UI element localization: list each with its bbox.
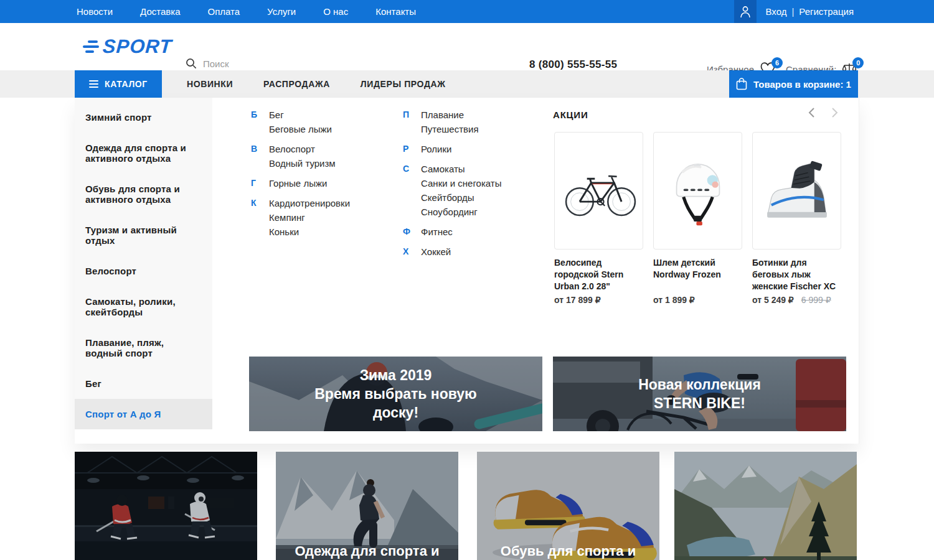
product-card-boots[interactable]: Ботинки для беговых лыж женские Fischer …: [752, 132, 841, 305]
phone-number: 8 (800) 555-55-55: [529, 58, 625, 71]
carousel-prev-icon[interactable]: [806, 106, 818, 119]
nav-item-bestsellers[interactable]: ЛИДЕРЫ ПРОДАЖ: [361, 79, 446, 89]
login-link[interactable]: Вход: [765, 6, 786, 17]
top-link-news[interactable]: Новости: [77, 6, 113, 17]
product-price: от 17 899 ₽: [554, 295, 601, 305]
logo-text: SPORT: [102, 35, 173, 58]
alpha-link[interactable]: Самокаты: [421, 162, 501, 176]
ski-boot-icon: [758, 158, 836, 223]
search-input[interactable]: [203, 58, 489, 69]
alpha-letter: Х: [403, 245, 421, 259]
alpha-link[interactable]: Плавание: [421, 108, 479, 122]
alpha-letter: Ф: [403, 225, 421, 239]
alpha-link[interactable]: Беговые лыжи: [269, 122, 332, 136]
banner-stern-bike[interactable]: Новая коллекция STERN BIKE!: [553, 357, 846, 431]
alpha-letter: П: [403, 108, 421, 136]
alpha-link[interactable]: Водный туризм: [269, 156, 336, 170]
catalog-button[interactable]: КАТАЛОГ: [75, 70, 162, 98]
cart-button[interactable]: Товаров в корзине: 1: [729, 70, 858, 98]
menu-item-swimming[interactable]: Плавание, пляж, водный спорт: [75, 327, 212, 368]
banner-winter-2019[interactable]: Зима 2019 Время выбрать новую доску!: [249, 357, 542, 431]
product-image-helmet: [653, 132, 742, 250]
alpha-link[interactable]: Коньки: [269, 225, 350, 239]
menu-item-winter-sport[interactable]: Зимний спорт: [75, 102, 212, 133]
search-icon: [186, 58, 197, 69]
carousel-next-icon[interactable]: [828, 106, 841, 119]
alpha-letter: Б: [251, 108, 269, 136]
alpha-group-g: Г Горные лыжи: [251, 176, 385, 190]
top-link-payment[interactable]: Оплата: [208, 6, 240, 17]
alpha-link[interactable]: Путешествия: [421, 122, 479, 136]
top-auth-area: Вход | Регистрация: [734, 0, 854, 23]
alphabet-column-2: П Плавание Путешествия Р Ролики С Самока…: [403, 108, 537, 264]
menu-item-scooters[interactable]: Самокаты, ролики, скейтборды: [75, 286, 212, 327]
favorites-count-badge: 6: [771, 57, 783, 68]
alpha-group-k: К Кардиотренировки Кемпинг Коньки: [251, 196, 385, 239]
category-tile-footwear[interactable]: Обувь для спорта и: [477, 452, 659, 560]
compare-count-badge: 0: [852, 57, 864, 68]
alpha-link[interactable]: Хоккей: [421, 245, 451, 259]
auth-divider: |: [791, 6, 794, 17]
alpha-link[interactable]: Кемпинг: [269, 210, 350, 225]
category-tile-tourism[interactable]: [674, 452, 857, 560]
alpha-group-f: Ф Фитнес: [403, 225, 537, 239]
nav-item-sale[interactable]: РАСПРОДАЖА: [263, 79, 330, 89]
shopping-bag-icon: [736, 78, 747, 90]
main-nav: КАТАЛОГ НОВИНКИ РАСПРОДАЖА ЛИДЕРЫ ПРОДАЖ…: [0, 70, 934, 98]
user-icon: [740, 6, 751, 18]
top-link-about[interactable]: О нас: [323, 6, 348, 17]
product-name[interactable]: Велосипед городской Stern Urban 2.0 28": [554, 257, 643, 292]
alpha-group-p: П Плавание Путешествия: [403, 108, 537, 136]
alpha-link[interactable]: Ролики: [421, 142, 451, 156]
product-card-bike[interactable]: Велосипед городской Stern Urban 2.0 28" …: [554, 132, 643, 305]
top-link-delivery[interactable]: Доставка: [140, 6, 180, 17]
alpha-link[interactable]: Сноубординг: [421, 205, 501, 219]
menu-item-cycling[interactable]: Велоспорт: [75, 256, 212, 286]
helmet-icon: [663, 144, 733, 238]
alpha-link[interactable]: Санки и снегокаты: [421, 176, 501, 190]
top-bar: Новости Доставка Оплата Услуги О нас Кон…: [0, 0, 934, 23]
alphabet-column-1: Б Бег Беговые лыжи В Велоспорт Водный ту…: [251, 108, 385, 245]
logo[interactable]: SPORT: [83, 35, 172, 58]
banner-bike-text: Новая коллекция STERN BIKE!: [553, 357, 846, 431]
alpha-link[interactable]: Фитнес: [421, 225, 453, 239]
nav-item-new[interactable]: НОВИНКИ: [187, 79, 233, 89]
cart-button-label: Товаров в корзине: 1: [753, 79, 851, 90]
alpha-group-r: Р Ролики: [403, 142, 537, 156]
alpha-link[interactable]: Горные лыжи: [269, 176, 327, 190]
alpha-group-h: Х Хоккей: [403, 245, 537, 259]
user-icon-button[interactable]: [734, 0, 757, 23]
mountains-image: [674, 452, 857, 560]
product-name[interactable]: Шлем детский Nordway Frozen: [653, 257, 742, 292]
alpha-letter: С: [403, 162, 421, 219]
menu-item-footwear[interactable]: Обувь для спорта и активного отдыха: [75, 174, 212, 215]
category-tile-clothing[interactable]: Одежда для спорта и: [276, 452, 458, 560]
catalog-mega-menu: Зимний спорт Одежда для спорта и активно…: [75, 98, 859, 444]
alpha-letter: К: [251, 196, 269, 239]
top-link-contacts[interactable]: Контакты: [375, 6, 416, 17]
alpha-link[interactable]: Кардиотренировки: [269, 196, 350, 210]
top-links: Новости Доставка Оплата Услуги О нас Кон…: [77, 6, 416, 17]
catalog-side-menu: Зимний спорт Одежда для спорта и активно…: [75, 98, 212, 421]
carousel-arrows: [806, 106, 841, 119]
nav-items: НОВИНКИ РАСПРОДАЖА ЛИДЕРЫ ПРОДАЖ: [187, 70, 445, 98]
category-tile-hockey[interactable]: [75, 452, 257, 560]
category-caption: Обувь для спорта и: [477, 543, 659, 559]
alpha-link[interactable]: Велоспорт: [269, 142, 336, 156]
menu-item-tourism[interactable]: Туризм и активный отдых: [75, 215, 212, 256]
alpha-link[interactable]: Бег: [269, 108, 332, 122]
product-name[interactable]: Ботинки для беговых лыж женские Fischer …: [752, 257, 841, 292]
menu-item-running[interactable]: Бег: [75, 368, 212, 399]
alpha-link[interactable]: Скейтборды: [421, 190, 501, 205]
product-card-helmet[interactable]: Шлем детский Nordway Frozen от 1 899 ₽: [653, 132, 742, 305]
top-link-services[interactable]: Услуги: [267, 6, 296, 17]
menu-item-sport-a-z[interactable]: Спорт от А до Я: [75, 399, 212, 429]
page: Новости Доставка Оплата Услуги О нас Кон…: [0, 0, 934, 560]
alpha-letter: Р: [403, 142, 421, 156]
alpha-letter: Г: [251, 176, 269, 190]
menu-item-clothing[interactable]: Одежда для спорта и активного отдыха: [75, 133, 212, 174]
alpha-group-b: Б Бег Беговые лыжи: [251, 108, 385, 136]
product-price: от 5 249 ₽: [752, 295, 794, 305]
auth-links: Вход | Регистрация: [765, 6, 854, 17]
register-link[interactable]: Регистрация: [799, 6, 854, 17]
